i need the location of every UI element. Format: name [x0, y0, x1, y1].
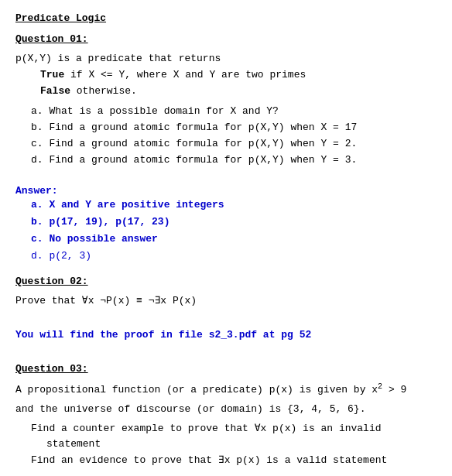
- q1-body: p(X,Y) is a predicate that returns True …: [15, 51, 437, 99]
- q1-true-rest: if X <= Y, where X and Y are two primes: [64, 69, 306, 80]
- q1-answer-block: Answer: a. X and Y are positive integers…: [15, 185, 437, 265]
- q1-heading: Question 01:: [15, 33, 437, 45]
- q3-item-b-text1: Find an evidence to prove that ∃x p(x) i…: [31, 454, 387, 466]
- q1-answer-c-text: c. No possible answer: [31, 233, 158, 245]
- q1-false-line: False otherwise.: [15, 85, 137, 97]
- q1-answer-d: d. p(2, 3): [15, 248, 437, 265]
- q1-item-d: d. Find a ground atomic formula for p(X,…: [15, 152, 437, 169]
- question-01-section: Question 01: p(X,Y) is a predicate that …: [15, 33, 437, 265]
- q1-answer-c: c. No possible answer: [15, 231, 437, 248]
- q3-item-b-container: Find an evidence to prove that ∃x p(x) i…: [15, 453, 437, 469]
- q1-item-c: c. Find a ground atomic formula for p(X,…: [15, 136, 437, 152]
- q2-body-text: Prove that ∀x ¬P(x) ≡ ¬∃x P(x): [15, 293, 437, 310]
- q1-answer-b-text: b. p(17, 19), p(17, 23): [31, 216, 170, 228]
- q1-answer-label: Answer:: [15, 185, 58, 197]
- q3-heading: Question 03:: [15, 363, 437, 375]
- q2-heading: Question 02:: [15, 276, 437, 287]
- question-02-section: Question 02: Prove that ∀x ¬P(x) ≡ ¬∃x P…: [15, 276, 437, 341]
- q3-line1-cont: > 9: [382, 384, 406, 396]
- q1-line1: p(X,Y) is a predicate that returns: [15, 53, 221, 64]
- q2-proof-note: You will find the proof in file s2_3.pdf…: [15, 329, 437, 341]
- q3-item-a-text1: Find a counter example to prove that ∀x …: [31, 423, 382, 434]
- page-container: Predicate Logic Question 01: p(X,Y) is a…: [15, 12, 437, 476]
- q1-item-b: b. Find a ground atomic formula for p(X,…: [15, 120, 437, 136]
- q3-body-line2: and the universe of discourse (or domain…: [15, 402, 437, 418]
- q1-answer-b: b. p(17, 19), p(17, 23): [15, 214, 437, 231]
- question-03-section: Question 03: A propositional function (o…: [15, 363, 437, 476]
- q1-answer-a: a. X and Y are positive integers: [15, 197, 437, 214]
- q3-line1-text: A propositional function (or a predicate…: [15, 384, 378, 396]
- q3-body-line1: A propositional function (or a predicate…: [15, 381, 437, 399]
- q1-false-keyword: False: [40, 85, 70, 97]
- page-title: Predicate Logic: [15, 12, 437, 24]
- q1-item-a: a. What is a possible domain for X and Y…: [15, 104, 437, 120]
- q1-false-rest: otherwise.: [70, 85, 137, 97]
- q1-answer-d-text: d. p(2, 3): [31, 250, 91, 262]
- q3-item-a-container: Find a counter example to prove that ∀x …: [15, 421, 437, 454]
- q1-true-line: True if X <= Y, where X and Y are two pr…: [15, 69, 306, 80]
- q1-true-keyword: True: [40, 69, 64, 80]
- q3-item-a-text2: statement: [31, 438, 101, 450]
- q1-answer-a-text: a. X and Y are positive integers: [31, 199, 224, 211]
